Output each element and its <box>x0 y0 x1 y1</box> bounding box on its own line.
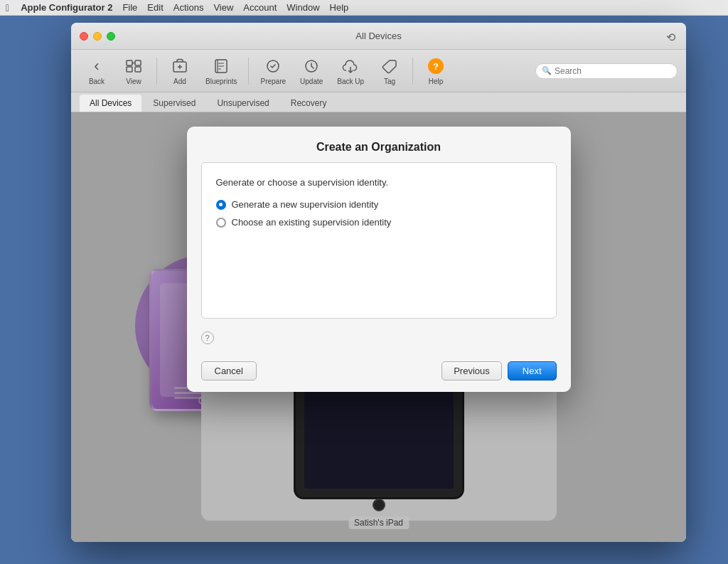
radio-generate-indicator[interactable] <box>216 200 226 210</box>
blueprints-button[interactable]: Blueprints <box>200 53 242 89</box>
back-icon <box>87 56 107 76</box>
view-icon <box>124 56 144 76</box>
modal-body: Generate or choose a supervision identit… <box>187 162 571 326</box>
toolbar-separator-3 <box>412 58 413 85</box>
window-title: All Devices <box>355 31 401 41</box>
search-field[interactable]: 🔍 <box>535 63 678 79</box>
modal-title: Create an Organization <box>316 141 441 153</box>
backup-label: Back Up <box>337 78 364 85</box>
tab-unsupervised[interactable]: Unsupervised <box>207 95 279 112</box>
help-button-circle[interactable]: ? <box>201 331 214 344</box>
radio-choose-label: Choose an existing supervision identity <box>232 217 392 228</box>
tab-recovery[interactable]: Recovery <box>281 95 337 112</box>
modal-dialog: Create an Organization Generate or choos… <box>187 127 571 392</box>
modal-content-box: Generate or choose a supervision identit… <box>201 162 557 319</box>
backup-button[interactable]: Back Up <box>331 53 370 89</box>
modal-help-area: ? <box>187 326 571 353</box>
menubar-actions[interactable]: Actions <box>173 2 204 13</box>
traffic-lights <box>80 32 115 41</box>
menubar-app-name[interactable]: Apple Configurator 2 <box>21 2 112 13</box>
svg-rect-2 <box>127 67 132 72</box>
radio-choose-indicator[interactable] <box>216 218 226 228</box>
menubar-file[interactable]: File <box>122 2 137 13</box>
radio-generate-label: Generate a new supervision identity <box>232 199 379 210</box>
tag-label: Tag <box>384 78 395 85</box>
view-label: View <box>126 78 141 85</box>
help-button[interactable]: ? Help <box>419 53 453 89</box>
menubar-items: Apple Configurator 2 File Edit Actions V… <box>21 2 348 13</box>
help-icon: ? <box>426 56 446 76</box>
menubar-help[interactable]: Help <box>330 2 349 13</box>
menubar-account[interactable]: Account <box>243 2 277 13</box>
add-label: Add <box>173 78 186 85</box>
radio-generate[interactable]: Generate a new supervision identity <box>216 199 542 210</box>
tab-supervised[interactable]: Supervised <box>143 95 205 112</box>
close-button[interactable] <box>80 32 88 41</box>
prepare-button[interactable]: Prepare <box>255 53 291 89</box>
update-button[interactable]: Update <box>294 53 328 89</box>
menubar-view[interactable]: View <box>213 2 233 13</box>
backup-icon <box>341 56 360 76</box>
modal-footer: Cancel Previous Next <box>187 353 571 392</box>
cancel-button[interactable]: Cancel <box>201 361 257 381</box>
tag-button[interactable]: Tag <box>373 53 407 89</box>
modal-overlay: Create an Organization Generate or choos… <box>71 112 686 542</box>
titlebar-right <box>666 31 678 42</box>
toolbar-separator-1 <box>156 58 157 85</box>
previous-button[interactable]: Previous <box>441 361 502 381</box>
history-icon[interactable] <box>666 31 678 42</box>
menubar-edit[interactable]: Edit <box>147 2 163 13</box>
modal-header: Create an Organization <box>187 127 571 162</box>
modal-description: Generate or choose a supervision identit… <box>216 177 542 188</box>
back-label: Back <box>89 78 105 85</box>
svg-rect-3 <box>135 67 141 72</box>
update-label: Update <box>300 78 323 85</box>
apple-menu[interactable]:  <box>6 2 9 14</box>
prepare-label: Prepare <box>260 78 286 85</box>
radio-group: Generate a new supervision identity Choo… <box>216 199 542 228</box>
titlebar: All Devices <box>71 23 686 50</box>
search-input[interactable] <box>555 66 671 76</box>
toolbar-separator-2 <box>248 58 249 85</box>
svg-rect-0 <box>127 60 132 65</box>
back-button[interactable]: Back <box>80 53 114 89</box>
help-label: Help <box>429 78 444 85</box>
menubar-window[interactable]: Window <box>287 2 319 13</box>
menubar:  Apple Configurator 2 File Edit Actions… <box>0 0 728 16</box>
view-button[interactable]: View <box>117 53 151 89</box>
maximize-button[interactable] <box>107 32 115 41</box>
blueprints-label: Blueprints <box>205 78 237 85</box>
minimize-button[interactable] <box>93 32 102 41</box>
footer-right-buttons: Previous Next <box>441 361 556 381</box>
prepare-icon <box>263 56 283 76</box>
toolbar: Back View <box>71 50 686 92</box>
blueprints-icon <box>211 56 231 76</box>
update-icon <box>301 56 321 76</box>
tabbar: All Devices Supervised Unsupervised Reco… <box>71 92 686 112</box>
search-icon: 🔍 <box>542 66 552 75</box>
tab-all-devices[interactable]: All Devices <box>80 95 141 112</box>
svg-rect-1 <box>135 60 141 65</box>
svg-point-16 <box>392 63 394 65</box>
add-icon <box>170 56 190 76</box>
app-window: All Devices Back View <box>71 23 686 542</box>
next-button[interactable]: Next <box>508 361 557 381</box>
tag-icon <box>380 56 400 76</box>
radio-choose[interactable]: Choose an existing supervision identity <box>216 217 542 228</box>
main-content: Satish's iPad Create an Organization Gen… <box>71 112 686 542</box>
add-button[interactable]: Add <box>163 53 197 89</box>
